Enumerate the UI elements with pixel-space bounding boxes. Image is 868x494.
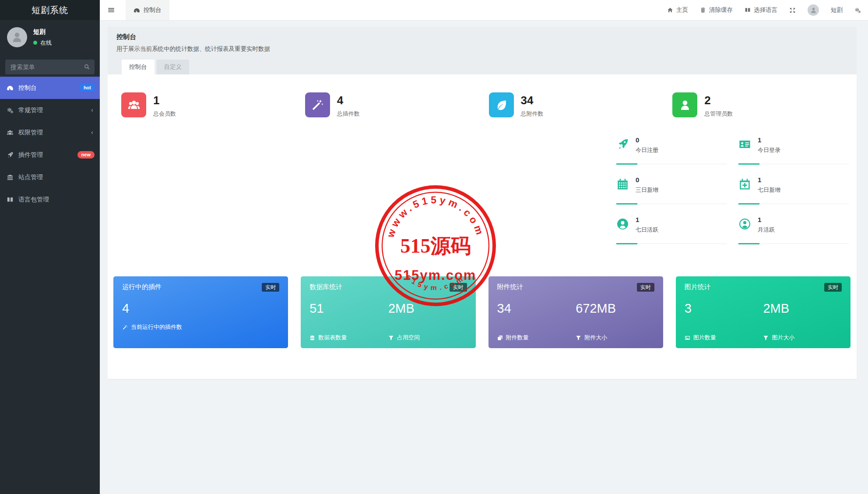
sidebar-item-label: 语言包管理 — [18, 196, 95, 204]
online-dot-icon — [33, 41, 37, 45]
users-icon — [7, 129, 17, 136]
stats-row: 1 总会员数 4 总插件数 — [115, 92, 850, 118]
mini-stat-label: 七日新增 — [758, 186, 849, 194]
card-caption: 图片大小 — [763, 334, 842, 342]
mini-stat-value: 1 — [758, 176, 849, 183]
card-caption: 附件数量 — [497, 334, 576, 342]
clear-cache-link[interactable]: 清除缓存 — [700, 6, 733, 14]
users-icon — [121, 92, 146, 117]
card-value: 672MB — [576, 302, 654, 315]
mini-stat-value: 0 — [636, 136, 727, 143]
card-image-stats: 图片统计 实时 3 2MB 图片数量 图片大小 — [676, 276, 850, 348]
mini-stat-value: 1 — [758, 136, 849, 143]
tab-console[interactable]: 控制台 — [122, 60, 155, 74]
stat-value: 2 — [704, 92, 733, 106]
user-silhouette-icon — [810, 7, 817, 14]
calendar-plus-icon — [738, 178, 751, 191]
mini-stat-underline — [738, 243, 849, 244]
gears-icon — [7, 107, 17, 114]
chevron-left-icon — [89, 130, 95, 135]
sidebar-item-language-pack[interactable]: 语言包管理 — [0, 188, 100, 211]
page-subtitle: 用于展示当前系统中的统计数据、统计报表及重要实时数据 — [116, 45, 848, 53]
card-value: 4 — [122, 302, 279, 315]
stat-label: 总管理员数 — [704, 110, 733, 118]
card-running-addons: 运行中的插件 实时 4 当前运行中的插件数 — [113, 276, 288, 348]
sidebar-item-console[interactable]: 控制台 hot — [0, 77, 100, 99]
settings-gears-icon[interactable] — [854, 7, 861, 14]
bank-icon — [7, 174, 17, 181]
fullscreen-icon[interactable] — [789, 7, 796, 14]
mini-stat-active-7day: 1 七日活跃 — [616, 215, 727, 255]
language-icon — [7, 196, 17, 203]
filter-icon — [388, 335, 394, 341]
mini-stat-underline — [616, 243, 727, 244]
card-caption: 附件大小 — [576, 334, 654, 342]
main-content: 控制台 用于展示当前系统中的统计数据、统计报表及重要实时数据 控制台 自定义 1… — [100, 20, 868, 494]
home-link[interactable]: 主页 — [667, 6, 688, 14]
select-language-link[interactable]: 选择语言 — [745, 6, 777, 14]
calendar-icon — [616, 178, 629, 191]
sidebar-toggle-button[interactable] — [100, 0, 123, 20]
sidebar-menu: 控制台 hot 常规管理 权限管理 插件管理 new 站点管理 语言包管理 — [0, 77, 100, 211]
sidebar-user-panel: 短剧 在线 — [0, 20, 100, 53]
navbar-username[interactable]: 短剧 — [831, 6, 843, 14]
sidebar-item-auth[interactable]: 权限管理 — [0, 121, 100, 144]
mini-stat-label: 三日新增 — [636, 186, 727, 194]
sidebar-item-general[interactable]: 常规管理 — [0, 99, 100, 121]
card-value: 2MB — [388, 302, 467, 315]
mini-stat-new-3day: 0 三日新增 — [616, 176, 727, 215]
sidebar-item-label: 插件管理 — [18, 151, 77, 159]
tab-custom[interactable]: 自定义 — [157, 60, 190, 74]
language-icon — [745, 7, 751, 13]
navbar-avatar[interactable] — [808, 4, 819, 16]
stat-total-admins: 2 总管理员数 — [666, 92, 850, 118]
sidebar-item-label: 权限管理 — [18, 129, 89, 137]
sidebar-item-addon[interactable]: 插件管理 new — [0, 144, 100, 166]
panel-heading: 控制台 用于展示当前系统中的统计数据、统计报表及重要实时数据 控制台 自定义 — [108, 27, 857, 74]
user-status-label: 在线 — [40, 39, 52, 47]
nav-tab-label: 控制台 — [144, 6, 162, 14]
stat-label: 总插件数 — [337, 110, 360, 118]
card-title: 图片统计 — [685, 283, 711, 291]
page-title: 控制台 — [116, 33, 848, 41]
dashboard-icon — [134, 7, 140, 14]
rocket-icon — [616, 138, 629, 151]
mini-stat-label: 月活跃 — [758, 226, 849, 234]
copy-icon — [497, 335, 503, 341]
card-caption-label: 占用空间 — [397, 334, 420, 342]
mini-stat-label: 今日注册 — [636, 146, 727, 154]
search-input[interactable] — [5, 60, 95, 74]
navbar-right: 主页 清除缓存 选择语言 短剧 — [667, 0, 868, 20]
stat-total-addons: 4 总插件数 — [299, 92, 482, 118]
user-name: 短剧 — [33, 28, 52, 36]
card-caption-label: 附件数量 — [506, 334, 529, 342]
stat-value: 4 — [337, 92, 360, 106]
magic-wand-icon — [305, 92, 330, 117]
mini-stat-label: 七日活跃 — [636, 226, 727, 234]
sidebar-item-site[interactable]: 站点管理 — [0, 166, 100, 188]
sidebar: 短剧系统 短剧 在线 控制台 hot 常规管理 权限管理 — [0, 0, 100, 494]
mini-stat-value: 1 — [758, 215, 849, 223]
nav-tab-console[interactable]: 控制台 — [126, 0, 169, 20]
dashboard-panel: 控制台 用于展示当前系统中的统计数据、统计报表及重要实时数据 控制台 自定义 1… — [108, 27, 857, 380]
mini-stat-underline — [738, 164, 849, 164]
card-value: 3 — [685, 302, 763, 315]
stat-total-attachments: 34 总附件数 — [482, 92, 666, 118]
card-caption-label: 图片大小 — [772, 334, 794, 342]
search-icon[interactable] — [84, 64, 90, 70]
card-title: 数据库统计 — [309, 283, 342, 291]
card-value: 2MB — [763, 302, 842, 315]
card-caption-label: 附件大小 — [584, 334, 607, 342]
mini-stat-active-month: 1 月活跃 — [738, 215, 849, 255]
card-caption: 占用空间 — [388, 334, 467, 342]
mini-stat-underline — [738, 204, 849, 204]
mini-stat-value: 1 — [636, 215, 727, 223]
summary-cards-row: 运行中的插件 实时 4 当前运行中的插件数 数据库统计 实时 — [113, 276, 850, 343]
mini-stat-logged-today: 1 今日登录 — [738, 136, 849, 176]
user-silhouette-icon — [11, 31, 24, 44]
stat-value: 1 — [153, 92, 176, 106]
realtime-badge: 实时 — [637, 283, 654, 292]
mini-stat-value: 0 — [636, 176, 727, 183]
card-caption-label: 图片数量 — [693, 334, 716, 342]
rocket-icon — [7, 152, 17, 159]
